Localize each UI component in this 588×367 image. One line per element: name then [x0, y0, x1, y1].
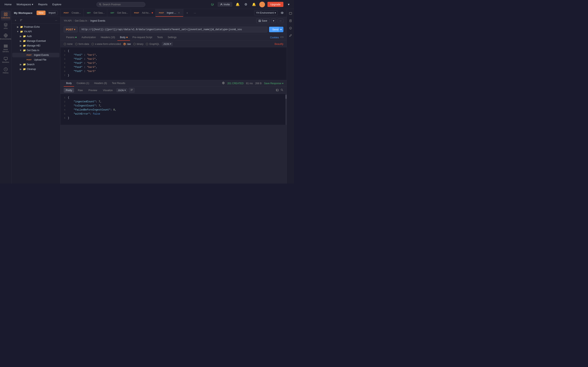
- sidebar-item-monitors[interactable]: Monitors: [1, 55, 11, 65]
- code-line: 2 "ingestedCount": 7,: [61, 100, 287, 104]
- new-button[interactable]: New: [36, 11, 45, 15]
- tab-close-icon[interactable]: ✕: [177, 11, 181, 15]
- search-response-icon[interactable]: [281, 89, 283, 92]
- settings-icon[interactable]: ⚙: [243, 2, 249, 7]
- tab-ingest-events[interactable]: POST Ingest ... ✕: [156, 9, 183, 17]
- send-dropdown-button[interactable]: ▾: [278, 27, 283, 32]
- sort-icon[interactable]: [19, 18, 24, 23]
- avatar[interactable]: [259, 2, 265, 7]
- notifications-icon[interactable]: 🔔: [251, 2, 257, 7]
- environment-selector[interactable]: YH Environment ▾: [254, 10, 278, 15]
- sidebar-item-history[interactable]: History: [1, 66, 11, 75]
- tab-headers[interactable]: Headers (10): [98, 34, 117, 41]
- tree-item-get-data-in[interactable]: ▼ 📁 Get Data In: [12, 48, 60, 53]
- right-panel-chat-icon[interactable]: [288, 25, 293, 31]
- code-link[interactable]: [281, 36, 283, 39]
- sidebar-item-mock-servers[interactable]: Mock Servers: [1, 42, 11, 54]
- invite-button[interactable]: Invite: [218, 2, 232, 7]
- svg-point-2: [221, 3, 222, 4]
- nav-home[interactable]: Home: [2, 2, 14, 7]
- resp-tab-body[interactable]: Body: [64, 80, 74, 87]
- cookies-link[interactable]: Cookies: [270, 36, 279, 39]
- tree-item-manage-hei[interactable]: ▶ 📁 Manage HEI: [12, 43, 60, 48]
- tab-tests[interactable]: Tests: [155, 34, 165, 41]
- tree-item-cleanup[interactable]: ▶ 📁 Cleanup: [12, 67, 60, 71]
- sidebar-item-collections[interactable]: Collections: [1, 11, 11, 20]
- body-type-urlencoded[interactable]: x-www-form-urlencoded: [91, 43, 121, 45]
- tab-settings[interactable]: Settings: [165, 34, 179, 41]
- gift-icon[interactable]: 🔔: [235, 2, 241, 7]
- body-type-raw[interactable]: raw: [123, 43, 131, 45]
- code-line: 4 "foo3" : "bar3",: [61, 61, 287, 65]
- resp-format-visualize[interactable]: Visualize: [101, 88, 115, 92]
- resp-tab-headers[interactable]: Headers (6): [92, 80, 109, 87]
- tree-item-manage-eventset[interactable]: ▶ 📁 Manage Eventset: [12, 39, 60, 43]
- breadcrumb-get-data-in[interactable]: Get Data In: [75, 19, 87, 22]
- resp-format-select[interactable]: JSON ▾: [116, 88, 127, 92]
- tree-item-yh-api[interactable]: ▼ 📁 YH API: [12, 29, 60, 34]
- resp-tab-cookies[interactable]: Cookies (1): [74, 80, 91, 87]
- body-type-graphql[interactable]: GraphQL: [146, 43, 159, 45]
- tab-params[interactable]: Params: [64, 34, 79, 41]
- breadcrumb-yh-api[interactable]: YH API: [64, 19, 72, 22]
- search-bar[interactable]: Search Postman: [96, 2, 145, 7]
- right-panel-edit-icon[interactable]: [288, 33, 293, 38]
- upgrade-button[interactable]: Upgrade: [268, 2, 283, 7]
- right-panel-docs-icon[interactable]: [288, 18, 293, 24]
- sidebar-item-environments[interactable]: Environments: [1, 32, 11, 42]
- code-line: 6 }: [61, 116, 287, 120]
- save-response-button[interactable]: Save Response ▾: [264, 82, 283, 85]
- tabs-overflow-icon[interactable]: ···: [191, 11, 199, 15]
- response-meta: 201 CREATED 81 ms 268 B Save Response ▾: [222, 82, 283, 85]
- copy-response-icon[interactable]: [276, 89, 279, 92]
- request-body-editor[interactable]: 1 { 2 "foo1" : "bar1", 3 "foo2" : "bar2"…: [61, 47, 287, 80]
- tree-item-postman-echo[interactable]: ▶ 📁 Postman Echo: [12, 25, 60, 29]
- code-line: 3 "foo2" : "bar2",: [61, 57, 287, 61]
- resp-tab-test-results[interactable]: Test Results: [109, 80, 128, 87]
- sync-icon[interactable]: [209, 2, 215, 7]
- tab-get-sea-1[interactable]: GET Get Sea...: [84, 9, 107, 17]
- tree-item-ingest-events[interactable]: POST Ingest Events: [12, 53, 60, 57]
- nav-explore[interactable]: Explore: [51, 2, 63, 7]
- body-format-select[interactable]: JSON ▾: [162, 42, 173, 46]
- body-type-binary[interactable]: binary: [133, 43, 144, 45]
- method-select[interactable]: POST ▾: [64, 26, 78, 33]
- nav-right: Invite 🔔 ⚙ 🔔 Upgrade ▾: [209, 2, 292, 7]
- tab-create[interactable]: POST Create...: [61, 9, 84, 17]
- tree-item-auth[interactable]: ▶ 📁 Auth: [12, 34, 60, 39]
- tab-pre-request-script[interactable]: Pre-request Script: [130, 34, 155, 41]
- import-button[interactable]: Import: [46, 11, 58, 15]
- send-button[interactable]: Send: [269, 27, 278, 32]
- nav-workspaces[interactable]: Workspaces ▾: [15, 2, 35, 7]
- resp-format-raw[interactable]: Raw: [76, 88, 85, 92]
- expand-icon[interactable]: ▾: [286, 2, 292, 7]
- eye-icon[interactable]: [279, 10, 285, 16]
- svg-point-18: [282, 12, 283, 13]
- tab-ad-ho[interactable]: POST Ad-ho...: [131, 9, 156, 17]
- nav-reports[interactable]: Reports: [36, 2, 50, 7]
- main-content: POST Create... GET Get Sea... GET Get Se…: [61, 9, 287, 184]
- body-type-none[interactable]: none: [64, 43, 73, 45]
- url-input[interactable]: [79, 27, 267, 33]
- tree-item-search[interactable]: ▶ 📁 Search: [12, 62, 60, 67]
- beautify-button[interactable]: Beautify: [275, 43, 283, 45]
- tree-item-upload-file[interactable]: POST Upload File: [12, 58, 60, 62]
- body-type-form-data[interactable]: form-data: [75, 43, 89, 45]
- tab-authorization[interactable]: Authorization: [79, 34, 98, 41]
- resp-wrap-icon[interactable]: [129, 88, 135, 92]
- right-panel-comment-icon[interactable]: [288, 11, 293, 16]
- add-collection-icon[interactable]: +: [13, 18, 18, 23]
- sidebar-item-apis[interactable]: APIs: [1, 21, 11, 31]
- resp-format-pretty[interactable]: Pretty: [64, 88, 74, 92]
- new-tab-button[interactable]: +: [183, 11, 191, 15]
- sidebar-more-icon[interactable]: ···: [54, 18, 59, 23]
- tab-get-sea-2[interactable]: GET Get Sea...: [107, 9, 131, 17]
- save-dropdown-button[interactable]: ▾: [271, 18, 276, 23]
- top-nav: Home Workspaces ▾ Reports Explore Search…: [0, 0, 294, 9]
- resp-format-preview[interactable]: Preview: [86, 88, 99, 92]
- code-line: 2 "foo1" : "bar1",: [61, 53, 287, 57]
- tab-body[interactable]: Body: [117, 34, 130, 41]
- save-button[interactable]: Save: [256, 18, 269, 23]
- scrollbar-thumb[interactable]: [285, 95, 287, 99]
- more-options-button[interactable]: ···: [278, 18, 283, 23]
